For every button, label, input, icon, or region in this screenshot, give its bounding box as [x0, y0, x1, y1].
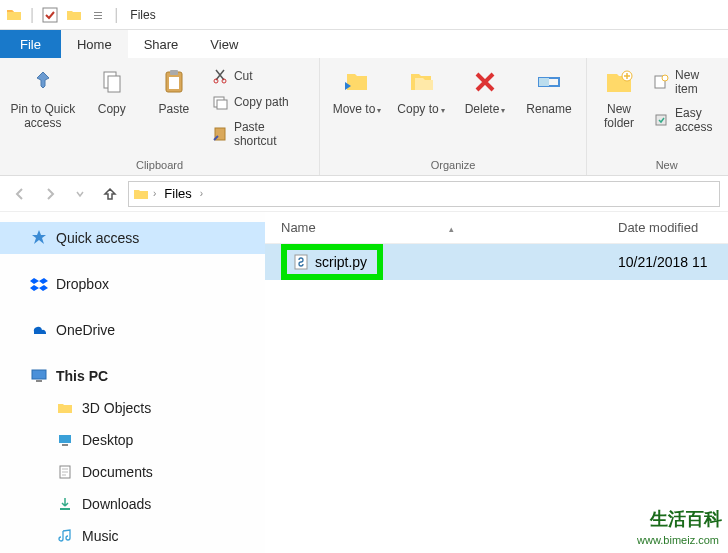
ribbon: Pin to Quick access Copy Paste — [0, 58, 728, 176]
svg-rect-17 — [32, 370, 46, 379]
folder-small-icon — [66, 7, 82, 23]
title-bar: | | Files — [0, 0, 728, 30]
svg-rect-9 — [217, 100, 227, 109]
new-item-button[interactable]: New item ▾ — [649, 66, 728, 98]
nav-up-button[interactable] — [98, 182, 122, 206]
copy-to-icon — [405, 66, 437, 98]
column-headers: Name ▴ Date modified — [265, 212, 728, 244]
paste-label: Paste — [159, 102, 190, 116]
file-name: script.py — [315, 254, 367, 270]
window-title: Files — [130, 8, 155, 22]
delete-icon — [469, 66, 501, 98]
clipboard-group-label: Clipboard — [8, 157, 311, 173]
move-to-label: Move to▾ — [333, 102, 382, 116]
file-row[interactable]: script.py 10/21/2018 11 — [265, 244, 728, 280]
easy-access-label: Easy access — [675, 106, 722, 134]
onedrive-icon — [30, 321, 48, 339]
sidebar-item-downloads[interactable]: Downloads — [0, 488, 265, 520]
svg-rect-4 — [170, 70, 178, 75]
copy-to-button[interactable]: Copy to▾ — [392, 62, 450, 120]
dropdown-icon[interactable] — [90, 7, 106, 23]
folder-icon — [6, 7, 22, 23]
sidebar-item-desktop[interactable]: Desktop — [0, 424, 265, 456]
copy-path-label: Copy path — [234, 95, 289, 109]
nav-back-button[interactable] — [8, 182, 32, 206]
save-checkbox-icon[interactable] — [42, 7, 58, 23]
ribbon-group-clipboard: Pin to Quick access Copy Paste — [0, 58, 320, 175]
nav-recent-button[interactable] — [68, 182, 92, 206]
documents-icon — [56, 463, 74, 481]
downloads-icon — [56, 495, 74, 513]
file-name-cell: script.py — [281, 244, 618, 280]
selection-highlight: script.py — [281, 244, 383, 280]
sidebar-label: Quick access — [56, 230, 139, 246]
svg-rect-18 — [36, 380, 42, 382]
paste-button[interactable]: Paste — [146, 62, 202, 120]
cut-label: Cut — [234, 69, 253, 83]
sidebar-item-quick-access[interactable]: Quick access — [0, 222, 265, 254]
new-folder-icon — [603, 66, 635, 98]
column-name-header[interactable]: Name ▴ — [281, 220, 618, 235]
breadcrumb[interactable]: › Files › — [128, 181, 720, 207]
copy-icon — [96, 66, 128, 98]
pin-icon — [27, 66, 59, 98]
breadcrumb-item[interactable]: Files — [160, 186, 195, 201]
sidebar-item-dropbox[interactable]: Dropbox — [0, 268, 265, 300]
watermark-url: www.bimeiz.com — [634, 533, 722, 547]
dropbox-icon — [30, 275, 48, 293]
desktop-icon — [56, 431, 74, 449]
title-separator: | — [114, 6, 118, 24]
sidebar-item-3d-objects[interactable]: 3D Objects — [0, 392, 265, 424]
svg-rect-19 — [59, 435, 71, 443]
tab-view[interactable]: View — [194, 30, 254, 58]
cut-button[interactable]: Cut — [208, 66, 311, 86]
content-pane: Name ▴ Date modified script.py 10/21/201… — [265, 212, 728, 553]
sidebar-item-music[interactable]: Music — [0, 520, 265, 552]
paste-shortcut-button[interactable]: Paste shortcut — [208, 118, 311, 150]
delete-button[interactable]: Delete▾ — [456, 62, 514, 120]
sidebar-label: This PC — [56, 368, 108, 384]
svg-rect-12 — [539, 78, 549, 86]
copy-path-button[interactable]: Copy path — [208, 92, 311, 112]
tab-share[interactable]: Share — [128, 30, 195, 58]
move-to-button[interactable]: Move to▾ — [328, 62, 386, 120]
chevron-right-icon: › — [200, 188, 203, 199]
new-folder-label: New folder — [597, 102, 641, 131]
new-item-icon — [653, 74, 669, 90]
nav-forward-button[interactable] — [38, 182, 62, 206]
svg-rect-20 — [62, 444, 68, 446]
column-date-header[interactable]: Date modified — [618, 220, 728, 235]
sidebar-item-this-pc[interactable]: This PC — [0, 360, 265, 392]
music-icon — [56, 527, 74, 545]
sidebar-item-onedrive[interactable]: OneDrive — [0, 314, 265, 346]
svg-rect-16 — [656, 115, 666, 125]
copy-to-label: Copy to▾ — [397, 102, 444, 116]
sidebar-label: Downloads — [82, 496, 151, 512]
pin-to-quick-access-button[interactable]: Pin to Quick access — [8, 62, 78, 135]
tab-home[interactable]: Home — [61, 30, 128, 58]
organize-group-label: Organize — [328, 157, 578, 173]
ribbon-group-organize: Move to▾ Copy to▾ Delete▾ Rename — [320, 58, 587, 175]
easy-access-icon — [653, 112, 669, 128]
sidebar-label: 3D Objects — [82, 400, 151, 416]
rename-label: Rename — [526, 102, 571, 116]
tab-file[interactable]: File — [0, 30, 61, 58]
main-area: Quick access Dropbox OneDrive This PC 3D… — [0, 212, 728, 553]
easy-access-button[interactable]: Easy access ▾ — [649, 104, 728, 136]
sidebar-item-documents[interactable]: Documents — [0, 456, 265, 488]
svg-rect-2 — [108, 76, 120, 92]
copy-label: Copy — [98, 102, 126, 116]
rename-button[interactable]: Rename — [520, 62, 578, 120]
folder-icon — [56, 399, 74, 417]
title-separator: | — [30, 6, 34, 24]
chevron-right-icon: › — [153, 188, 156, 199]
copy-button[interactable]: Copy — [84, 62, 140, 120]
this-pc-icon — [30, 367, 48, 385]
sidebar-label: Desktop — [82, 432, 133, 448]
new-folder-button[interactable]: New folder — [595, 62, 643, 135]
delete-label: Delete▾ — [465, 102, 506, 116]
sidebar-label: OneDrive — [56, 322, 115, 338]
paste-shortcut-icon — [212, 126, 228, 142]
paste-icon — [158, 66, 190, 98]
sidebar-label: Dropbox — [56, 276, 109, 292]
